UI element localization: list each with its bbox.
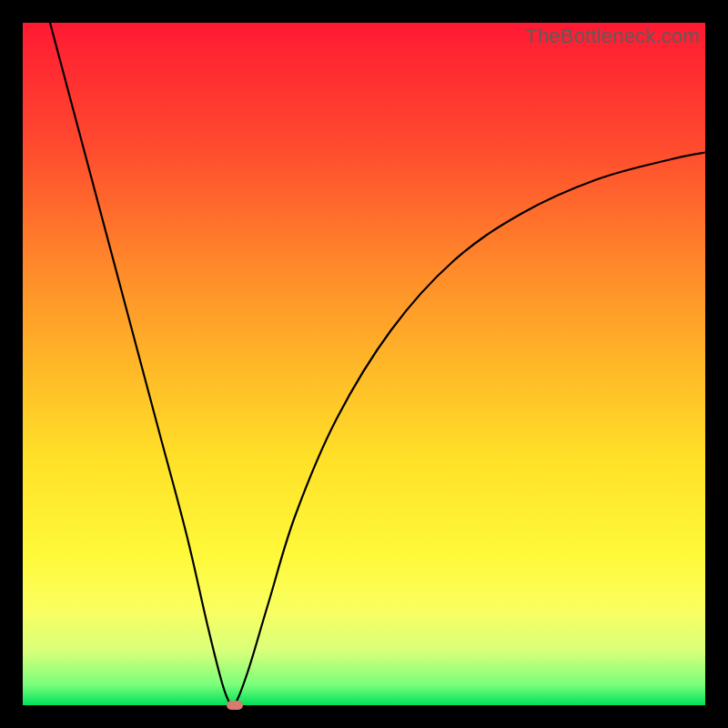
watermark-text: TheBottleneck.com	[525, 25, 700, 48]
bottleneck-curve	[23, 23, 705, 705]
plot-area: TheBottleneck.com	[23, 23, 705, 705]
chart-frame: TheBottleneck.com	[0, 0, 728, 728]
minimum-marker	[227, 701, 243, 710]
